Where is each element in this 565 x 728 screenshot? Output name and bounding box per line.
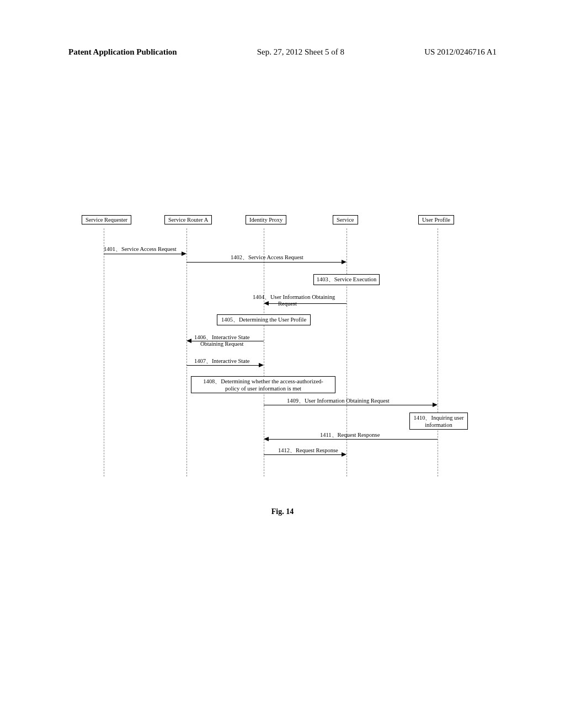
participant-identity-proxy: Identity Proxy — [246, 215, 286, 224]
arrow-1402-line — [186, 262, 342, 263]
figure-caption: Fig. 14 — [0, 507, 565, 516]
msg-1406-b: Obtaining Request — [200, 341, 243, 347]
arrow-1406-head — [186, 339, 191, 343]
msg-1412: 1412、Request Response — [278, 447, 338, 454]
note-1408: 1408、Determining whether the access-auth… — [191, 376, 335, 393]
arrow-1401-line — [104, 254, 182, 254]
lifeline-p2 — [186, 228, 187, 477]
note-1410-b: information — [425, 422, 452, 428]
arrow-1404-line — [269, 303, 347, 304]
msg-1411: 1411、Request Response — [320, 431, 380, 439]
arrow-1404-head — [264, 301, 269, 306]
participant-service-requester: Service Requester — [82, 215, 131, 224]
arrow-1402-head — [342, 260, 347, 264]
msg-1409: 1409、User Information Obtaining Request — [287, 397, 390, 405]
note-1410: 1410、Inquiring user information — [409, 413, 468, 430]
arrow-1401-head — [182, 251, 186, 256]
lifeline-p5 — [438, 228, 438, 477]
header-right: US 2012/0246716 A1 — [424, 47, 497, 57]
header-left: Patent Application Publication — [68, 47, 177, 57]
participant-service: Service — [333, 215, 358, 224]
note-1408-a: 1408、Determining whether the access-auth… — [203, 378, 323, 384]
msg-1404-a: 1404、User Information Obtaining — [253, 293, 335, 301]
arrow-1409-line — [264, 405, 433, 405]
arrow-1409-head — [433, 403, 438, 407]
arrow-1412-line — [264, 454, 342, 455]
msg-1401: 1401、Service Access Request — [104, 245, 177, 253]
arrow-1407-line — [186, 365, 259, 366]
participant-service-router-a: Service Router A — [164, 215, 212, 224]
sequence-diagram: Service Requester Service Router A Ident… — [82, 215, 490, 480]
page-header: Patent Application Publication Sep. 27, … — [0, 47, 565, 57]
msg-1406-a: 1406、Interactive State — [194, 334, 250, 341]
header-center: Sep. 27, 2012 Sheet 5 of 8 — [257, 47, 344, 57]
note-1405: 1405、Determining the User Profile — [217, 314, 311, 325]
arrow-1406-line — [191, 341, 264, 341]
note-1408-b: policy of user information is met — [225, 386, 301, 392]
arrow-1407-head — [259, 363, 264, 367]
msg-1402: 1402、Service Access Request — [231, 254, 303, 261]
arrow-1411-head — [264, 437, 269, 441]
arrow-1411-line — [269, 439, 438, 440]
note-1403: 1403、Service Execution — [313, 274, 380, 285]
note-1410-a: 1410、Inquiring user — [413, 415, 463, 421]
msg-1407: 1407、Interactive State — [194, 357, 250, 365]
lifeline-p1 — [104, 228, 104, 477]
participant-user-profile: User Profile — [418, 215, 454, 224]
arrow-1412-head — [342, 452, 347, 457]
